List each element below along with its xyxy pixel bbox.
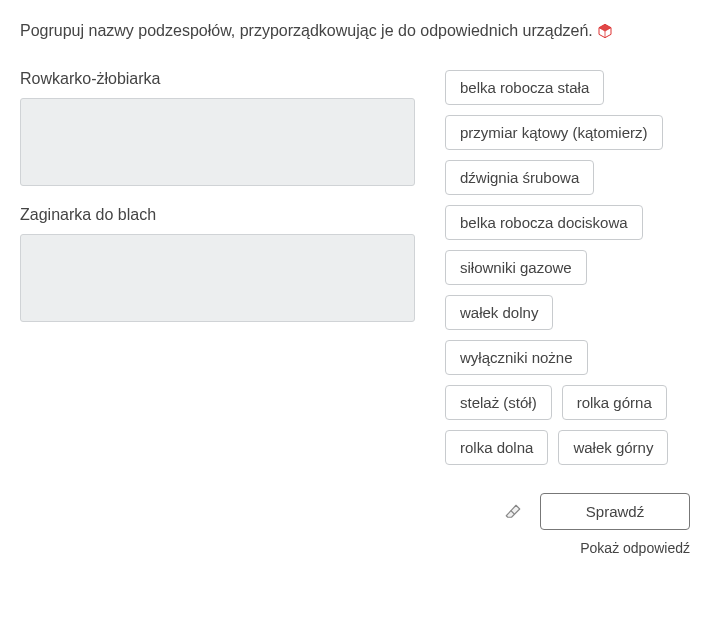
drop-zone-0[interactable] [20,98,415,186]
drop-zone-1[interactable] [20,234,415,322]
drop-label-0: Rowkarko-żłobiarka [20,70,415,88]
tag-item[interactable]: dźwignia śrubowa [445,160,594,195]
drop-group-1: Zaginarka do blach [20,206,415,322]
tags-column: belka robocza stała przymiar kątowy (kąt… [445,70,690,465]
drop-zones-column: Rowkarko-żłobiarka Zaginarka do blach [20,70,415,342]
tag-item[interactable]: wałek dolny [445,295,553,330]
tag-item[interactable]: wałek górny [558,430,668,465]
tag-item[interactable]: siłowniki gazowe [445,250,587,285]
show-answer-link[interactable]: Pokaż odpowiedź [580,540,690,556]
check-button[interactable]: Sprawdź [540,493,690,530]
footer-controls: Sprawdź [20,493,690,530]
instruction-text: Pogrupuj nazwy podzespołów, przyporządko… [20,20,593,42]
instruction-row: Pogrupuj nazwy podzespołów, przyporządko… [20,20,690,42]
drop-label-1: Zaginarka do blach [20,206,415,224]
tag-item[interactable]: stelaż (stół) [445,385,552,420]
tag-item[interactable]: wyłączniki nożne [445,340,588,375]
eraser-icon[interactable] [504,503,522,521]
tags-container: belka robocza stała przymiar kątowy (kąt… [445,70,690,465]
drop-group-0: Rowkarko-żłobiarka [20,70,415,186]
tag-item[interactable]: belka robocza stała [445,70,604,105]
tag-item[interactable]: rolka górna [562,385,667,420]
tag-item[interactable]: rolka dolna [445,430,548,465]
tag-item[interactable]: belka robocza dociskowa [445,205,643,240]
cube-icon[interactable] [597,23,613,39]
tag-item[interactable]: przymiar kątowy (kątomierz) [445,115,663,150]
